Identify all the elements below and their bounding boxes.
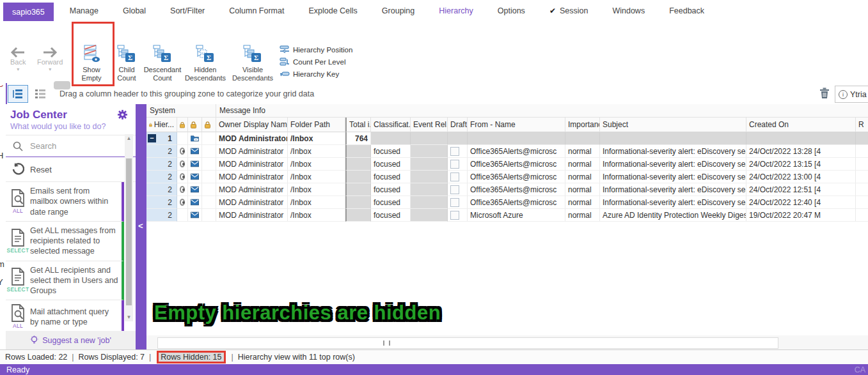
job-item[interactable]: SELECTGet ALL messages from recipients r… bbox=[6, 222, 124, 261]
cell-hier[interactable]: 2 bbox=[146, 145, 177, 158]
column-header-subject[interactable]: Subject bbox=[600, 118, 746, 132]
cell-subject[interactable]: Informational-severity alert: eDiscovery… bbox=[600, 196, 746, 209]
band-header-system[interactable]: System bbox=[146, 104, 216, 118]
search-input[interactable]: Search bbox=[6, 135, 136, 157]
cell-classification[interactable] bbox=[371, 132, 411, 145]
flat-view-toggle[interactable] bbox=[30, 85, 51, 103]
menu-item-windows[interactable]: Windows bbox=[600, 0, 657, 21]
cell-hier[interactable]: 2 bbox=[146, 158, 177, 171]
draft-checkbox[interactable] bbox=[450, 185, 459, 194]
cell-total[interactable] bbox=[345, 209, 371, 222]
cell-created[interactable]: 24/Oct/2022 13:00 [4 bbox=[746, 171, 856, 183]
job-item[interactable]: ALLEmails sent from mailbox owners withi… bbox=[6, 182, 124, 222]
draft-checkbox[interactable] bbox=[450, 211, 459, 220]
column-header-total[interactable]: Total i... bbox=[345, 118, 371, 132]
column-header-created[interactable]: Created On bbox=[746, 118, 856, 132]
cell-created[interactable] bbox=[746, 132, 856, 145]
cell-r[interactable] bbox=[856, 132, 868, 145]
job-item[interactable]: SELECTGet ALL recipients and select them… bbox=[6, 261, 124, 301]
table-row[interactable]: 2MOD Administrator/InboxfocusedOffice365… bbox=[146, 183, 868, 196]
forward-button[interactable]: Forward ▾ bbox=[37, 47, 63, 72]
cell-importance[interactable]: normal bbox=[565, 145, 600, 158]
cell-subject[interactable] bbox=[600, 132, 746, 145]
cell-importance[interactable]: normal bbox=[565, 158, 600, 171]
table-row[interactable]: 2MOD Administrator/InboxfocusedOffice365… bbox=[146, 158, 868, 171]
count-per-level-button[interactable]: Count Per Level bbox=[280, 57, 352, 66]
reset-button[interactable]: Reset bbox=[6, 157, 136, 182]
cell-event[interactable] bbox=[411, 145, 448, 158]
cell-classification[interactable]: focused bbox=[371, 196, 411, 209]
menu-item-explode-cells[interactable]: Explode Cells bbox=[296, 0, 369, 21]
column-header-draft[interactable]: Draft bbox=[448, 118, 468, 132]
cell-event[interactable] bbox=[411, 158, 448, 171]
cell-c[interactable] bbox=[202, 183, 216, 196]
cell-event[interactable] bbox=[411, 196, 448, 209]
cell-from[interactable] bbox=[468, 132, 565, 145]
column-header-importance[interactable]: Importance bbox=[565, 118, 600, 132]
suggest-job-button[interactable]: Suggest a new 'job' bbox=[6, 331, 136, 349]
cell-from[interactable]: Microsoft Azure bbox=[468, 209, 565, 222]
cell-from[interactable]: Office365Alerts@microsc bbox=[468, 171, 565, 183]
cell-b[interactable] bbox=[188, 132, 202, 145]
cell-classification[interactable]: focused bbox=[371, 145, 411, 158]
app-brand-tab[interactable]: sapio365 bbox=[3, 3, 54, 21]
cell-c[interactable] bbox=[202, 171, 216, 183]
cell-importance[interactable]: normal bbox=[565, 171, 600, 183]
cell-owner[interactable]: MOD Administrator bbox=[216, 145, 288, 158]
cell-r[interactable] bbox=[856, 171, 868, 183]
cell-event[interactable] bbox=[411, 209, 448, 222]
cell-folder[interactable]: /Inbox bbox=[288, 132, 345, 145]
hscroll-thumb[interactable] bbox=[383, 341, 390, 346]
menu-item-feedback[interactable]: Feedback bbox=[657, 0, 716, 21]
descendant-count-button[interactable]: Σ Descendant Count bbox=[143, 44, 182, 82]
forward-dropdown-caret-icon[interactable]: ▾ bbox=[49, 66, 51, 72]
cell-total[interactable] bbox=[345, 158, 371, 171]
column-header-classification[interactable]: Classificat... bbox=[371, 118, 411, 132]
cell-importance[interactable]: normal bbox=[565, 209, 600, 222]
cell-importance[interactable] bbox=[565, 132, 600, 145]
cell-hier[interactable]: 2 bbox=[146, 171, 177, 183]
cell-folder[interactable]: /Inbox bbox=[288, 171, 345, 183]
cell-created[interactable]: 24/Oct/2022 13:28 [4 bbox=[746, 145, 856, 158]
table-row[interactable]: −1MOD Administrator/Inbox764 bbox=[146, 132, 868, 145]
column-header-r[interactable]: R bbox=[856, 118, 868, 132]
menu-item-manage[interactable]: Manage bbox=[58, 0, 111, 21]
cell-total[interactable] bbox=[345, 145, 371, 158]
hierarchy-view-toggle[interactable] bbox=[8, 85, 28, 103]
cell-a[interactable] bbox=[177, 209, 188, 222]
draft-checkbox[interactable] bbox=[450, 172, 459, 181]
cell-classification[interactable]: focused bbox=[371, 209, 411, 222]
cell-hier[interactable]: 2 bbox=[146, 196, 177, 209]
column-header-from[interactable]: From - Name bbox=[468, 118, 565, 132]
cell-b[interactable] bbox=[188, 145, 202, 158]
cell-r[interactable] bbox=[856, 145, 868, 158]
menu-item-grouping[interactable]: Grouping bbox=[370, 0, 427, 21]
job-item[interactable]: ALLMail attachment query by name or type bbox=[6, 300, 124, 333]
cell-b[interactable] bbox=[188, 158, 202, 171]
cell-folder[interactable]: /Inbox bbox=[288, 209, 345, 222]
cell-c[interactable] bbox=[202, 132, 216, 145]
column-header-a[interactable] bbox=[177, 118, 188, 132]
hscroll-track[interactable] bbox=[157, 337, 778, 349]
table-row[interactable]: 2MOD Administrator/InboxfocusedOffice365… bbox=[146, 171, 868, 183]
cell-a[interactable] bbox=[177, 196, 188, 209]
cell-created[interactable]: 19/Oct/2022 20:47 M bbox=[746, 209, 856, 222]
cell-folder[interactable]: /Inbox bbox=[288, 183, 345, 196]
cell-importance[interactable]: normal bbox=[565, 183, 600, 196]
back-dropdown-caret-icon[interactable]: ▾ bbox=[17, 66, 19, 72]
back-button[interactable]: Back ▾ bbox=[10, 47, 26, 72]
child-count-button[interactable]: Σ Child Count bbox=[113, 44, 141, 82]
cell-created[interactable]: 24/Oct/2022 12:51 [4 bbox=[746, 183, 856, 196]
cell-owner[interactable]: MOD Administrator bbox=[216, 132, 288, 145]
cell-draft[interactable] bbox=[448, 145, 468, 158]
cell-draft[interactable] bbox=[448, 158, 468, 171]
draft-checkbox[interactable] bbox=[450, 198, 459, 207]
hierarchy-position-button[interactable]: Hierarchy Position bbox=[280, 45, 352, 54]
cell-classification[interactable]: focused bbox=[371, 183, 411, 196]
menu-item-column-format[interactable]: Column Format bbox=[217, 0, 296, 21]
cell-a[interactable] bbox=[177, 171, 188, 183]
cell-total[interactable] bbox=[345, 196, 371, 209]
cell-subject[interactable]: Informational-severity alert: eDiscovery… bbox=[600, 171, 746, 183]
draft-checkbox[interactable] bbox=[450, 160, 459, 169]
cell-draft[interactable] bbox=[448, 196, 468, 209]
